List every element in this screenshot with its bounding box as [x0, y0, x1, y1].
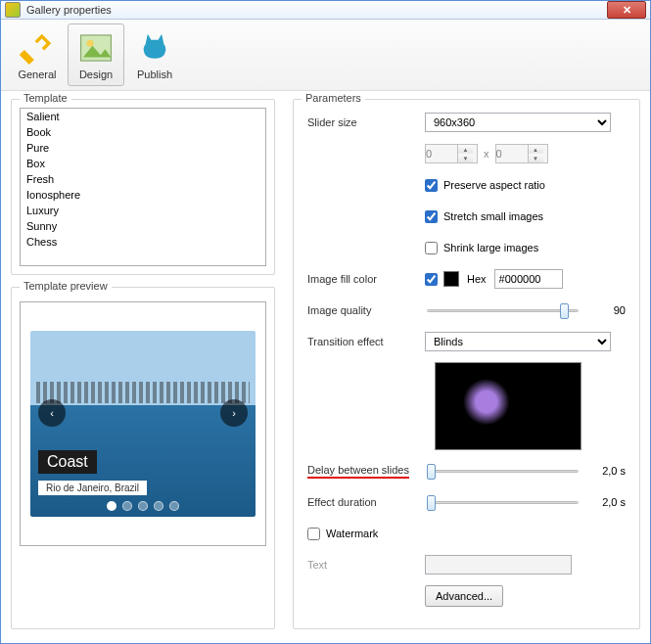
shrink-large-label: Shrink large images — [443, 242, 538, 253]
pager-dot[interactable] — [138, 501, 148, 511]
svg-rect-0 — [20, 50, 34, 65]
list-item[interactable]: Luxury — [21, 203, 265, 218]
content-area: Template Salient Book Pure Box Fresh Ion… — [1, 91, 650, 644]
height-stepper[interactable]: ▲▼ — [495, 144, 548, 163]
slider-thumb-icon[interactable] — [427, 464, 436, 480]
height-input[interactable] — [496, 145, 528, 162]
chevron-up-icon[interactable]: ▲ — [529, 145, 543, 154]
image-quality-value: 90 — [592, 304, 626, 316]
chevron-down-icon[interactable]: ▼ — [529, 154, 543, 162]
pager-dot[interactable] — [107, 501, 116, 511]
list-item[interactable]: Fresh — [21, 171, 265, 187]
preview-group: Template preview ‹ › Coast Rio de Janeir… — [11, 287, 275, 629]
image-quality-slider[interactable] — [425, 301, 581, 319]
tab-design[interactable]: Design — [68, 23, 124, 86]
advanced-button[interactable]: Advanced... — [425, 585, 503, 607]
close-button[interactable]: ✕ — [607, 1, 646, 19]
delay-label: Delay between slides — [307, 464, 425, 479]
next-arrow-button[interactable]: › — [220, 399, 248, 427]
hex-input[interactable] — [494, 269, 563, 289]
preserve-aspect-checkbox[interactable] — [425, 179, 438, 192]
list-item[interactable]: Ionosphere — [21, 187, 265, 203]
preview-caption: Coast — [38, 450, 97, 474]
tab-label: Design — [79, 69, 113, 80]
slider-size-select[interactable]: 960x360 — [425, 113, 611, 132]
preview-group-label: Template preview — [20, 280, 112, 292]
app-icon — [5, 2, 21, 18]
parameters-group: Parameters Slider size 960x360 — [293, 99, 640, 629]
duration-slider[interactable] — [425, 493, 581, 511]
chevron-up-icon[interactable]: ▲ — [458, 145, 473, 154]
watermark-checkbox[interactable] — [307, 528, 320, 540]
skyline-icon — [30, 374, 256, 403]
svg-point-2 — [87, 40, 94, 47]
delay-value: 2,0 s — [592, 465, 626, 477]
watermark-label: Watermark — [326, 528, 378, 539]
image-quality-label: Image quality — [307, 304, 425, 316]
duration-label: Effect duration — [307, 496, 425, 508]
list-item[interactable]: Box — [21, 156, 265, 171]
transition-effect-label: Transition effect — [307, 336, 425, 347]
tab-label: Publish — [137, 69, 172, 80]
cat-icon — [136, 29, 173, 67]
tab-label: General — [18, 69, 56, 80]
transition-effect-select[interactable]: Blinds — [425, 332, 611, 351]
fill-color-label: Image fill color — [307, 273, 425, 285]
template-preview: ‹ › Coast Rio de Janeiro, Brazil — [20, 301, 266, 546]
slider-thumb-icon[interactable] — [560, 303, 569, 319]
prev-arrow-button[interactable]: ‹ — [38, 399, 66, 427]
chevron-left-icon: ‹ — [50, 407, 54, 419]
tab-publish[interactable]: Publish — [126, 23, 183, 86]
transition-preview — [435, 362, 581, 450]
slider-thumb-icon[interactable] — [427, 495, 436, 511]
pager-dot[interactable] — [154, 501, 163, 511]
delay-slider[interactable] — [425, 462, 581, 480]
close-icon: ✕ — [623, 4, 631, 17]
preview-dots — [30, 501, 256, 511]
hex-label: Hex — [467, 273, 487, 285]
preserve-aspect-label: Preserve aspect ratio — [443, 179, 545, 191]
slider-size-label: Slider size — [307, 116, 425, 128]
pager-dot[interactable] — [122, 501, 132, 511]
pager-dot[interactable] — [169, 501, 179, 511]
watermark-text-input[interactable] — [425, 555, 572, 575]
width-input[interactable] — [426, 145, 457, 162]
template-group-label: Template — [20, 92, 71, 104]
tab-general[interactable]: General — [9, 23, 66, 86]
window-title: Gallery properties — [26, 4, 607, 16]
template-listbox[interactable]: Salient Book Pure Box Fresh Ionosphere L… — [20, 108, 266, 266]
chevron-down-icon[interactable]: ▼ — [458, 154, 473, 162]
list-item[interactable]: Salient — [21, 109, 265, 124]
gallery-properties-window: Gallery properties ✕ General Design Publ… — [0, 0, 651, 644]
duration-value: 2,0 s — [592, 496, 626, 508]
list-item[interactable]: Sunny — [21, 218, 265, 234]
text-label: Text — [307, 559, 425, 571]
picture-icon — [77, 29, 115, 67]
parameters-group-label: Parameters — [302, 92, 365, 104]
preview-image: ‹ › Coast Rio de Janeiro, Brazil — [30, 331, 256, 517]
color-swatch[interactable] — [443, 271, 459, 287]
toolbar: General Design Publish — [1, 20, 650, 91]
size-separator: x — [484, 148, 489, 160]
list-item[interactable]: Chess — [21, 234, 265, 250]
stretch-small-label: Stretch small images — [443, 210, 543, 222]
stretch-small-checkbox[interactable] — [425, 210, 438, 223]
fill-color-checkbox[interactable] — [425, 273, 438, 286]
chevron-right-icon: › — [232, 407, 236, 419]
list-item[interactable]: Pure — [21, 140, 265, 156]
preview-subcaption: Rio de Janeiro, Brazil — [38, 481, 147, 495]
list-item[interactable]: Book — [21, 124, 265, 140]
shrink-large-checkbox[interactable] — [425, 242, 438, 254]
template-group: Template Salient Book Pure Box Fresh Ion… — [11, 99, 275, 275]
titlebar: Gallery properties ✕ — [1, 1, 650, 20]
width-stepper[interactable]: ▲▼ — [425, 144, 478, 163]
wrench-icon — [19, 29, 56, 67]
